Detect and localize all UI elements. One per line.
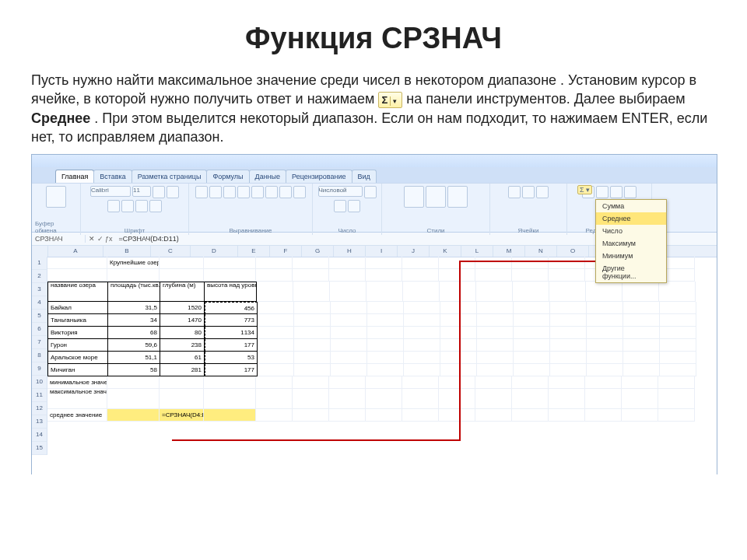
cell[interactable]: [512, 257, 549, 269]
column-header[interactable]: F: [270, 246, 302, 257]
fx-icon[interactable]: ✕ ✓ ƒx: [86, 235, 116, 243]
autosum-menu-item[interactable]: Число: [596, 225, 666, 237]
column-header[interactable]: I: [366, 246, 398, 257]
cell[interactable]: [514, 364, 550, 376]
column-header[interactable]: A: [48, 246, 103, 257]
align-center-icon[interactable]: [265, 186, 278, 198]
cell[interactable]: [440, 352, 477, 364]
cell[interactable]: [331, 352, 367, 364]
cell[interactable]: [587, 339, 623, 352]
cell[interactable]: [475, 409, 512, 422]
cell[interactable]: максимальное значение: [47, 389, 107, 409]
cell[interactable]: 1470: [160, 314, 205, 327]
autosum-menu-item[interactable]: Другие функции...: [596, 262, 666, 282]
cell[interactable]: [512, 389, 549, 409]
format-table-icon[interactable]: [426, 186, 446, 208]
cell[interactable]: [549, 376, 585, 389]
cell[interactable]: 238: [160, 339, 205, 352]
cell[interactable]: [294, 352, 331, 364]
cell[interactable]: 31,5: [108, 302, 160, 314]
cell[interactable]: [587, 302, 623, 314]
row-header[interactable]: 12: [32, 402, 47, 415]
cell[interactable]: [47, 257, 107, 269]
cell[interactable]: [204, 257, 256, 269]
cell[interactable]: [513, 282, 549, 302]
cell[interactable]: [440, 282, 476, 302]
cell[interactable]: [475, 376, 512, 389]
cell[interactable]: [404, 302, 440, 314]
cell[interactable]: [331, 314, 367, 327]
cell[interactable]: [204, 376, 256, 389]
cell[interactable]: [660, 302, 696, 314]
cell[interactable]: [367, 327, 404, 339]
ribbon-tab[interactable]: Рецензирование: [286, 170, 352, 183]
cell[interactable]: [367, 314, 404, 327]
cell[interactable]: [440, 314, 477, 327]
cell[interactable]: [402, 257, 439, 269]
cell[interactable]: [366, 376, 402, 389]
row-header[interactable]: 1: [32, 257, 47, 270]
cell[interactable]: Байкал: [47, 302, 108, 314]
cell[interactable]: [550, 339, 587, 352]
cell[interactable]: площадь (тыс.кв.км): [108, 282, 160, 302]
row-header[interactable]: 14: [32, 429, 47, 442]
column-header[interactable]: H: [334, 246, 366, 257]
cell[interactable]: [293, 257, 329, 269]
paste-icon[interactable]: [46, 186, 66, 208]
cell[interactable]: [477, 352, 514, 364]
autosum-menu-item[interactable]: Среднее: [596, 212, 666, 225]
cell[interactable]: [622, 389, 658, 409]
cell[interactable]: 51,1: [108, 352, 160, 364]
fill-color-icon[interactable]: [135, 200, 148, 212]
cell[interactable]: [439, 257, 475, 269]
row-header[interactable]: 2: [32, 270, 47, 283]
cell[interactable]: [256, 257, 293, 269]
sigma-button-inline[interactable]: Σ▾: [378, 92, 402, 109]
cell[interactable]: [658, 409, 695, 422]
cell[interactable]: [404, 352, 440, 364]
cell[interactable]: [258, 352, 294, 364]
cell[interactable]: Крупнейшие озера мира: [107, 257, 160, 269]
ribbon-tab[interactable]: Разметка страницы: [132, 170, 208, 183]
row-header[interactable]: 10: [32, 376, 47, 389]
cell[interactable]: [256, 409, 293, 422]
cell[interactable]: [622, 282, 659, 302]
cell[interactable]: [512, 409, 549, 422]
cell[interactable]: среднее значение: [47, 409, 107, 422]
cell[interactable]: [585, 376, 622, 389]
cell[interactable]: [293, 409, 329, 422]
cell[interactable]: [623, 364, 660, 376]
cell[interactable]: [623, 339, 660, 352]
cell[interactable]: 281: [160, 364, 205, 376]
cell[interactable]: [293, 269, 329, 282]
cell[interactable]: [660, 314, 696, 327]
cell[interactable]: 34: [108, 314, 160, 327]
cell[interactable]: [258, 339, 294, 352]
align-middle-icon[interactable]: [209, 186, 222, 198]
cell[interactable]: [366, 389, 402, 409]
cell[interactable]: [440, 327, 477, 339]
clear-icon[interactable]: [596, 186, 608, 198]
cell[interactable]: [330, 282, 366, 302]
cell[interactable]: [623, 327, 660, 339]
cell[interactable]: [658, 376, 695, 389]
cell[interactable]: [331, 302, 367, 314]
insert-cells-icon[interactable]: [508, 186, 521, 198]
cell[interactable]: [366, 257, 402, 269]
cell[interactable]: 1134: [205, 327, 258, 339]
cell[interactable]: [622, 409, 658, 422]
cell[interactable]: [258, 302, 294, 314]
align-right-icon[interactable]: [279, 186, 292, 198]
font-size-selector[interactable]: 11: [132, 186, 151, 197]
cell[interactable]: [366, 269, 402, 282]
column-header[interactable]: D: [191, 246, 238, 257]
cell[interactable]: [477, 302, 514, 314]
percent-icon[interactable]: [334, 200, 346, 212]
cell[interactable]: [587, 352, 623, 364]
cell[interactable]: 177: [205, 364, 258, 376]
cell[interactable]: [367, 339, 404, 352]
cell[interactable]: [47, 269, 107, 282]
cell[interactable]: [550, 327, 587, 339]
cell[interactable]: [477, 339, 514, 352]
cell[interactable]: [366, 282, 403, 302]
